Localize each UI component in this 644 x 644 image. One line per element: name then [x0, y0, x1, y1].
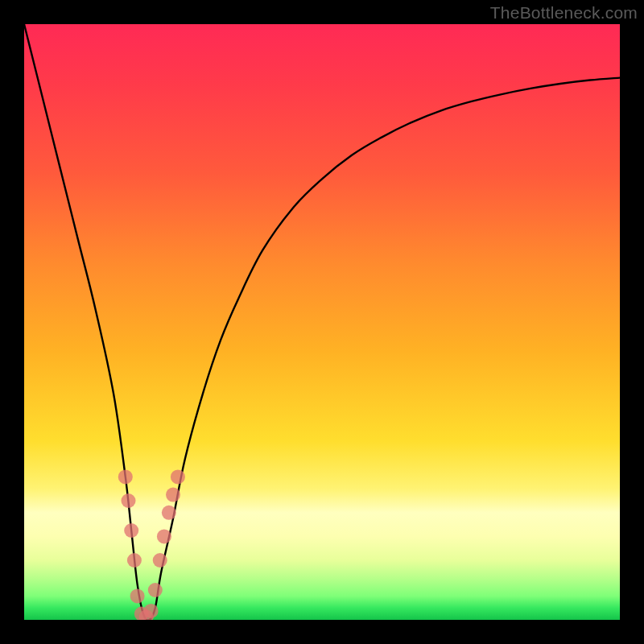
marker-dot — [118, 469, 133, 484]
marker-dot — [122, 493, 136, 508]
plot-area — [24, 24, 620, 620]
watermark-text: TheBottleneck.com — [490, 3, 638, 23]
chart-frame: TheBottleneck.com — [0, 0, 644, 644]
marker-dot — [171, 469, 185, 484]
marker-dot — [124, 523, 138, 538]
marker-dot — [130, 588, 145, 603]
marker-dot — [144, 604, 159, 618]
marker-dot — [157, 529, 171, 543]
marker-dot — [162, 506, 176, 520]
marker-dot — [148, 583, 163, 597]
curve-layer — [24, 24, 620, 620]
marker-dot — [166, 488, 180, 502]
marker-dot — [127, 553, 142, 568]
marker-dot — [153, 553, 167, 568]
bottleneck-curve — [24, 24, 620, 620]
